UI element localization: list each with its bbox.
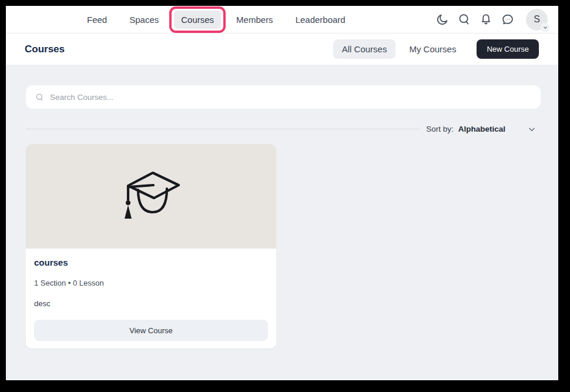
nav-item-spaces[interactable]: Spaces	[122, 11, 166, 29]
view-course-button[interactable]: View Course	[34, 320, 268, 341]
nav-item-members[interactable]: Members	[229, 11, 280, 29]
graduation-cap-icon	[120, 167, 182, 226]
divider	[26, 129, 420, 129]
search-icon	[35, 93, 44, 102]
sort-value[interactable]: Alphabetical	[458, 125, 505, 133]
page-title: Courses	[25, 43, 65, 55]
sort-row: Sort by: Alphabetical	[26, 125, 541, 133]
new-course-button[interactable]: New Course	[477, 39, 539, 59]
nav-actions: S	[435, 9, 548, 31]
nav-menu: Feed Spaces Courses Members Leaderboard	[80, 11, 353, 29]
dark-mode-toggle[interactable]	[435, 12, 450, 26]
course-card[interactable]: courses 1 Section • 0 Lesson desc View C…	[26, 144, 276, 349]
nav-item-feed[interactable]: Feed	[80, 11, 114, 29]
search-button[interactable]	[457, 12, 471, 26]
app-window: Feed Spaces Courses Members Leaderboard	[6, 6, 558, 380]
page-header: Courses All Courses My Courses New Cours…	[6, 33, 558, 65]
course-search-bar	[26, 85, 541, 109]
tab-my-courses[interactable]: My Courses	[400, 39, 465, 59]
top-navigation-bar: Feed Spaces Courses Members Leaderboard	[6, 6, 558, 33]
course-card-media	[26, 144, 276, 249]
header-actions: All Courses My Courses New Course	[333, 39, 539, 59]
main-content: Sort by: Alphabetical	[6, 65, 558, 380]
chevron-down-icon	[541, 23, 550, 32]
course-description: desc	[34, 299, 268, 308]
messages-button[interactable]	[501, 12, 515, 26]
search-icon	[458, 13, 471, 26]
nav-item-leaderboard[interactable]: Leaderboard	[289, 11, 353, 29]
search-input[interactable]	[50, 93, 532, 102]
course-title[interactable]: courses	[34, 257, 268, 267]
bell-icon	[480, 13, 492, 26]
sort-by-label: Sort by:	[426, 125, 454, 133]
tab-all-courses[interactable]: All Courses	[333, 39, 396, 59]
nav-item-courses-label: Courses	[181, 15, 214, 25]
notifications-button[interactable]	[479, 12, 493, 26]
chevron-down-icon[interactable]	[528, 125, 536, 133]
chat-icon	[501, 13, 514, 26]
course-card-body: courses 1 Section • 0 Lesson desc View C…	[26, 249, 276, 349]
profile-menu[interactable]: S	[526, 9, 548, 31]
course-meta: 1 Section • 0 Lesson	[34, 279, 268, 287]
moon-icon	[436, 13, 449, 26]
nav-item-courses[interactable]: Courses	[174, 11, 221, 29]
